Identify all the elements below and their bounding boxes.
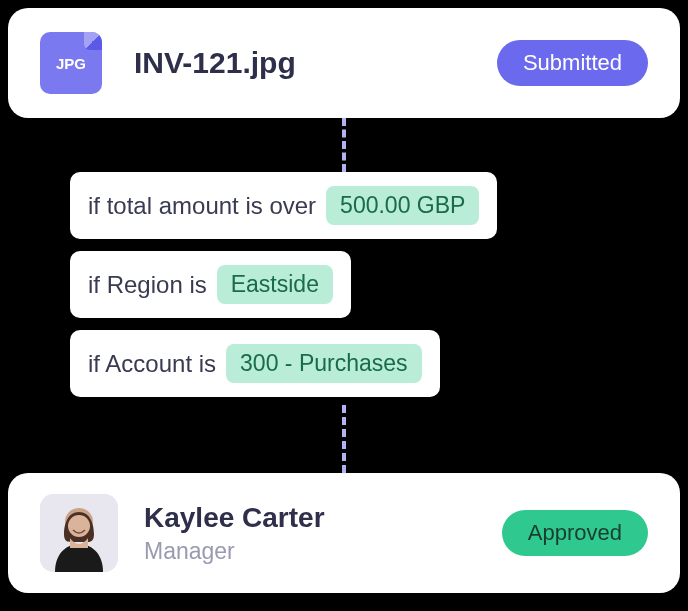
approver-info: Kaylee Carter Manager — [144, 502, 502, 565]
approver-name: Kaylee Carter — [144, 502, 502, 534]
file-name: INV-121.jpg — [134, 46, 497, 80]
avatar — [40, 494, 118, 572]
connector-line — [342, 405, 346, 473]
status-badge-submitted: Submitted — [497, 40, 648, 86]
rules-list: if total amount is over 500.00 GBP if Re… — [70, 172, 497, 397]
avatar-placeholder-icon — [40, 494, 118, 572]
rule-prefix: if Account is — [88, 350, 216, 378]
file-type-label: JPG — [56, 55, 86, 72]
file-type-icon: JPG — [40, 32, 102, 94]
rule-value: 500.00 GBP — [326, 186, 479, 225]
file-card: JPG INV-121.jpg Submitted — [8, 8, 680, 118]
rule-value: 300 - Purchases — [226, 344, 421, 383]
rule-item: if Region is Eastside — [70, 251, 351, 318]
rule-prefix: if total amount is over — [88, 192, 316, 220]
rule-value: Eastside — [217, 265, 333, 304]
approver-role: Manager — [144, 538, 502, 565]
rule-item: if total amount is over 500.00 GBP — [70, 172, 497, 239]
rule-item: if Account is 300 - Purchases — [70, 330, 440, 397]
approver-card: Kaylee Carter Manager Approved — [8, 473, 680, 593]
connector-line — [342, 118, 346, 172]
status-badge-approved: Approved — [502, 510, 648, 556]
rule-prefix: if Region is — [88, 271, 207, 299]
